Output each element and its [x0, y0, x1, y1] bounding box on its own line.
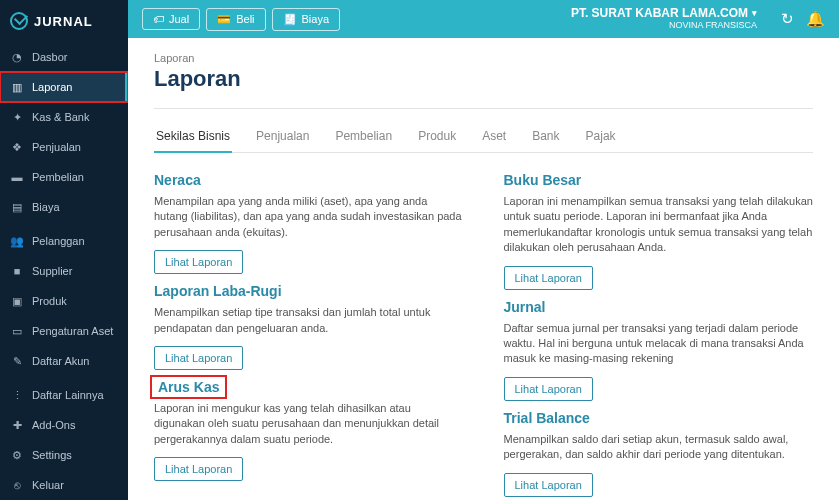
- chevron-down-icon: ▾: [752, 9, 757, 19]
- sidebar-item-label: Biaya: [32, 201, 60, 213]
- sidebar-item-biaya[interactable]: ▤Biaya: [0, 192, 128, 222]
- report-desc: Menampilan apa yang anda miliki (aset), …: [154, 194, 464, 240]
- view-report-button[interactable]: Lihat Laporan: [504, 266, 593, 290]
- tab-bank[interactable]: Bank: [530, 121, 561, 152]
- sidebar-item-label: Penjualan: [32, 141, 81, 153]
- sidebar-item-daftar-lainnya[interactable]: ⋮Daftar Lainnya: [0, 380, 128, 410]
- brand-name: JURNAL: [34, 14, 93, 29]
- tag-icon: ❖: [10, 140, 24, 154]
- breadcrumb: Laporan: [154, 52, 813, 64]
- sidebar-item-label: Pembelian: [32, 171, 84, 183]
- report-title[interactable]: Trial Balance: [504, 410, 590, 426]
- logout-icon: ⎋: [10, 478, 24, 492]
- sidebar-item-produk[interactable]: ▣Produk: [0, 286, 128, 316]
- tab-pajak[interactable]: Pajak: [584, 121, 618, 152]
- sidebar-item-label: Produk: [32, 295, 67, 307]
- sidebar-item-pengaturan-aset[interactable]: ▭Pengaturan Aset: [0, 316, 128, 346]
- sidebar-item-label: Keluar: [32, 479, 64, 491]
- sidebar-item-addons[interactable]: ✚Add-Ons: [0, 410, 128, 440]
- list-icon: ✎: [10, 354, 24, 368]
- truck-icon: ■: [10, 264, 24, 278]
- tab-aset[interactable]: Aset: [480, 121, 508, 152]
- logo-icon: [10, 12, 28, 30]
- sidebar-item-keluar[interactable]: ⎋Keluar: [0, 470, 128, 500]
- sidebar-item-label: Dasbor: [32, 51, 67, 63]
- puzzle-icon: ✚: [10, 418, 24, 432]
- report-buku-besar: Buku Besar Laporan ini menampilkan semua…: [504, 171, 814, 290]
- report-trial-balance: Trial Balance Menampilkan saldo dari set…: [504, 409, 814, 497]
- sidebar-item-label: Pelanggan: [32, 235, 85, 247]
- chart-icon: ▥: [10, 80, 24, 94]
- report-desc: Menampilkan saldo dari setiap akun, term…: [504, 432, 814, 463]
- jual-button[interactable]: 🏷Jual: [142, 8, 200, 30]
- tag-icon: 🏷: [153, 13, 164, 25]
- sidebar-item-pembelian[interactable]: ▬Pembelian: [0, 162, 128, 192]
- report-desc: Laporan ini menampilkan semua transaksi …: [504, 194, 814, 256]
- beli-button[interactable]: 💳Beli: [206, 8, 265, 31]
- report-title[interactable]: Arus Kas: [154, 379, 223, 395]
- view-report-button[interactable]: Lihat Laporan: [154, 346, 243, 370]
- cart-icon: ▬: [10, 170, 24, 184]
- sidebar-item-label: Kas & Bank: [32, 111, 89, 123]
- biaya-label: Biaya: [302, 13, 330, 25]
- report-jurnal: Jurnal Daftar semua jurnal per transaksi…: [504, 298, 814, 401]
- sidebar-item-kas-bank[interactable]: ✦Kas & Bank: [0, 102, 128, 132]
- main: 🏷Jual 💳Beli 🧾Biaya PT. SURAT KABAR LAMA.…: [128, 0, 839, 500]
- sidebar-item-supplier[interactable]: ■Supplier: [0, 256, 128, 286]
- sidebar-item-label: Add-Ons: [32, 419, 75, 431]
- bank-icon: ✦: [10, 110, 24, 124]
- report-desc: Daftar semua jurnal per transaksi yang t…: [504, 321, 814, 367]
- view-report-button[interactable]: Lihat Laporan: [154, 250, 243, 274]
- brand-logo: JURNAL: [0, 0, 128, 42]
- tab-penjualan[interactable]: Penjualan: [254, 121, 311, 152]
- bell-icon[interactable]: 🔔: [806, 10, 825, 28]
- sidebar-item-pelanggan[interactable]: 👥Pelanggan: [0, 226, 128, 256]
- sidebar-item-label: Pengaturan Aset: [32, 325, 113, 337]
- doc-icon: 🧾: [283, 13, 297, 26]
- tab-pembelian[interactable]: Pembelian: [333, 121, 394, 152]
- jual-label: Jual: [169, 13, 189, 25]
- history-icon[interactable]: ↻: [781, 10, 794, 28]
- report-title[interactable]: Neraca: [154, 172, 201, 188]
- view-report-button[interactable]: Lihat Laporan: [154, 457, 243, 481]
- tab-sekilas-bisnis[interactable]: Sekilas Bisnis: [154, 121, 232, 153]
- sidebar-item-label: Daftar Akun: [32, 355, 89, 367]
- more-icon: ⋮: [10, 388, 24, 402]
- user-name: NOVINA FRANSISCA: [669, 21, 757, 31]
- biaya-button[interactable]: 🧾Biaya: [272, 8, 341, 31]
- tabs: Sekilas Bisnis Penjualan Pembelian Produ…: [154, 108, 813, 153]
- sidebar-item-label: Daftar Lainnya: [32, 389, 104, 401]
- content: Laporan Laporan Sekilas Bisnis Penjualan…: [128, 38, 839, 500]
- beli-label: Beli: [236, 13, 254, 25]
- sidebar-item-dasbor[interactable]: ◔Dasbor: [0, 42, 128, 72]
- company-name: PT. SURAT KABAR LAMA.COM: [571, 7, 748, 20]
- card-icon: 💳: [217, 13, 231, 26]
- gauge-icon: ◔: [10, 50, 24, 64]
- report-title[interactable]: Jurnal: [504, 299, 546, 315]
- view-report-button[interactable]: Lihat Laporan: [504, 473, 593, 497]
- users-icon: 👥: [10, 234, 24, 248]
- gear-icon: ⚙: [10, 448, 24, 462]
- asset-icon: ▭: [10, 324, 24, 338]
- company-switcher[interactable]: PT. SURAT KABAR LAMA.COM▾ NOVINA FRANSIS…: [571, 7, 757, 30]
- sidebar-item-daftar-akun[interactable]: ✎Daftar Akun: [0, 346, 128, 376]
- view-report-button[interactable]: Lihat Laporan: [504, 377, 593, 401]
- report-title[interactable]: Buku Besar: [504, 172, 582, 188]
- sidebar-item-label: Laporan: [32, 81, 72, 93]
- tab-produk[interactable]: Produk: [416, 121, 458, 152]
- sidebar-item-penjualan[interactable]: ❖Penjualan: [0, 132, 128, 162]
- receipt-icon: ▤: [10, 200, 24, 214]
- sidebar-item-laporan[interactable]: ▥Laporan: [0, 72, 128, 102]
- report-neraca: Neraca Menampilan apa yang anda miliki (…: [154, 171, 464, 274]
- report-arus-kas: Arus Kas Laporan ini mengukur kas yang t…: [154, 378, 464, 481]
- page-title: Laporan: [154, 66, 813, 92]
- report-laba-rugi: Laporan Laba-Rugi Menampilkan setiap tip…: [154, 282, 464, 370]
- sidebar-item-settings[interactable]: ⚙Settings: [0, 440, 128, 470]
- report-title[interactable]: Laporan Laba-Rugi: [154, 283, 282, 299]
- sidebar-item-label: Settings: [32, 449, 72, 461]
- report-desc: Laporan ini mengukur kas yang telah diha…: [154, 401, 464, 447]
- reports-grid: Neraca Menampilan apa yang anda miliki (…: [154, 171, 813, 500]
- box-icon: ▣: [10, 294, 24, 308]
- report-desc: Menampilkan setiap tipe transaksi dan ju…: [154, 305, 464, 336]
- topbar: 🏷Jual 💳Beli 🧾Biaya PT. SURAT KABAR LAMA.…: [128, 0, 839, 38]
